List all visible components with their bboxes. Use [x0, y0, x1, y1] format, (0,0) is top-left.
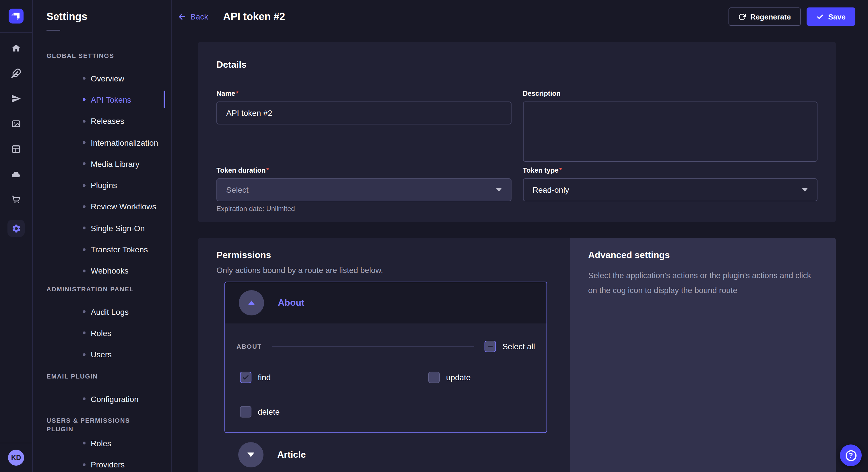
token-type-select[interactable]: Read-only	[523, 178, 817, 201]
accordion-about: About ABOUT Select all	[224, 281, 547, 433]
sidebar-item-plugins[interactable]: Plugins	[33, 175, 171, 196]
sidebar-item-label: Providers	[91, 460, 125, 469]
expand-toggle-button[interactable]	[238, 442, 264, 467]
name-label: Name*	[216, 89, 511, 98]
layout-icon[interactable]	[11, 144, 21, 154]
permission-action-delete: delete	[240, 406, 428, 417]
advanced-settings-description: Select the application's actions or the …	[588, 268, 817, 298]
strapi-logo-box[interactable]	[0, 0, 32, 33]
sidebar-item-label: Users	[91, 350, 112, 359]
accordion-about-body: ABOUT Select all	[225, 324, 547, 432]
sidebar-item-email-configuration[interactable]: Configuration	[33, 388, 171, 410]
back-link[interactable]: Back	[177, 12, 208, 21]
chevron-down-icon	[247, 452, 254, 457]
expiration-helper-text: Expiration date: Unlimited	[216, 204, 511, 212]
description-label: Description	[523, 89, 817, 98]
save-button[interactable]: Save	[806, 7, 856, 26]
sidebar-item-label: API Tokens	[91, 95, 131, 104]
sidebar-item-label: Plugins	[91, 181, 117, 190]
cart-icon[interactable]	[11, 194, 21, 205]
help-button[interactable]: ?	[840, 444, 862, 466]
token-duration-label: Token duration*	[216, 166, 511, 175]
sidebar-item-transfer-tokens[interactable]: Transfer Tokens	[33, 239, 171, 260]
sidebar-item-label: Review Workflows	[91, 202, 156, 211]
accordion-article-header[interactable]: Article	[224, 438, 547, 472]
collapse-toggle-button[interactable]	[239, 290, 264, 315]
sidebar-item-media-library[interactable]: Media Library	[33, 153, 171, 175]
bullet-icon	[83, 120, 86, 123]
permissions-title: Permissions	[216, 249, 551, 260]
sidebar-item-label: Audit Logs	[91, 307, 129, 316]
update-checkbox[interactable]	[428, 372, 440, 383]
required-asterisk: *	[559, 166, 562, 174]
sidebar-item-releases[interactable]: Releases	[33, 110, 171, 132]
bullet-icon	[83, 310, 86, 313]
name-input[interactable]	[216, 101, 511, 124]
description-textarea[interactable]	[523, 101, 817, 162]
section-label-users-permissions-plugin: USERS & PERMISSIONS PLUGIN	[33, 416, 171, 425]
advanced-settings-title: Advanced settings	[588, 249, 817, 260]
refresh-icon	[738, 13, 746, 20]
user-avatar[interactable]: KD	[8, 450, 24, 466]
cloud-icon[interactable]	[11, 169, 21, 179]
sidebar-item-admin-users[interactable]: Users	[33, 344, 171, 365]
sidebar-item-audit-logs[interactable]: Audit Logs	[33, 301, 171, 323]
chevron-up-icon	[248, 301, 255, 305]
divider-line	[272, 346, 474, 347]
strapi-logo-icon	[9, 9, 24, 24]
sidebar-item-webhooks[interactable]: Webhooks	[33, 260, 171, 281]
sidebar-item-api-tokens[interactable]: API Tokens	[33, 89, 171, 111]
bullet-icon	[83, 205, 86, 208]
save-label: Save	[828, 12, 846, 21]
images-icon[interactable]	[11, 119, 21, 129]
section-label-global-settings: GLOBAL SETTINGS	[33, 52, 171, 60]
bullet-icon	[83, 463, 86, 466]
update-label: update	[446, 373, 471, 382]
page-title: API token #2	[223, 11, 285, 23]
sidebar-item-label: Webhooks	[91, 266, 129, 276]
delete-checkbox[interactable]	[240, 406, 251, 417]
question-mark-icon: ?	[845, 450, 856, 461]
sidebar-item-label: Roles	[91, 439, 112, 448]
select-all-checkbox[interactable]	[485, 341, 496, 352]
regenerate-button[interactable]: Regenerate	[728, 7, 801, 26]
bullet-icon	[83, 442, 86, 445]
page-header: Back API token #2 Regenerate Save	[172, 0, 868, 33]
check-icon	[816, 13, 824, 20]
token-duration-select[interactable]: Select	[216, 178, 511, 201]
details-title: Details	[216, 59, 817, 70]
find-checkbox[interactable]	[240, 372, 251, 383]
sidebar-item-up-providers[interactable]: Providers	[33, 454, 171, 472]
settings-gear-icon-active[interactable]	[7, 220, 25, 237]
sidebar-item-overview[interactable]: Overview	[33, 68, 171, 89]
chevron-down-icon	[802, 188, 808, 191]
paper-plane-icon[interactable]	[11, 94, 21, 104]
about-section-label: ABOUT	[237, 343, 262, 350]
bullet-icon	[83, 332, 86, 335]
sidebar-item-up-roles[interactable]: Roles	[33, 432, 171, 454]
find-label: find	[258, 373, 271, 382]
sidebar-item-internationalization[interactable]: Internationalization	[33, 132, 171, 154]
permissions-card: Permissions Only actions bound by a rout…	[198, 238, 570, 472]
token-type-label: Token type*	[523, 166, 817, 175]
regenerate-label: Regenerate	[750, 12, 791, 21]
bullet-icon	[83, 227, 86, 229]
accordion-article-label: Article	[277, 450, 306, 460]
delete-label: delete	[258, 407, 280, 416]
indeterminate-dash-icon	[486, 342, 494, 350]
sidebar-item-review-workflows[interactable]: Review Workflows	[33, 196, 171, 217]
required-asterisk: *	[236, 89, 238, 97]
bullet-icon	[83, 353, 86, 356]
bullet-icon	[83, 141, 86, 144]
permission-action-find: find	[240, 372, 428, 383]
home-icon[interactable]	[11, 43, 21, 53]
sidebar-item-single-sign-on[interactable]: Single Sign-On	[33, 217, 171, 239]
feather-icon[interactable]	[11, 68, 21, 78]
token-type-value: Read-only	[532, 185, 569, 194]
accordion-about-header[interactable]: About	[225, 282, 547, 324]
sidebar-item-admin-roles[interactable]: Roles	[33, 323, 171, 344]
sidebar-item-label: Media Library	[91, 160, 140, 169]
sidebar-item-label: Transfer Tokens	[91, 245, 148, 254]
bullet-icon	[83, 77, 86, 80]
app-icon-rail: KD	[0, 0, 33, 472]
